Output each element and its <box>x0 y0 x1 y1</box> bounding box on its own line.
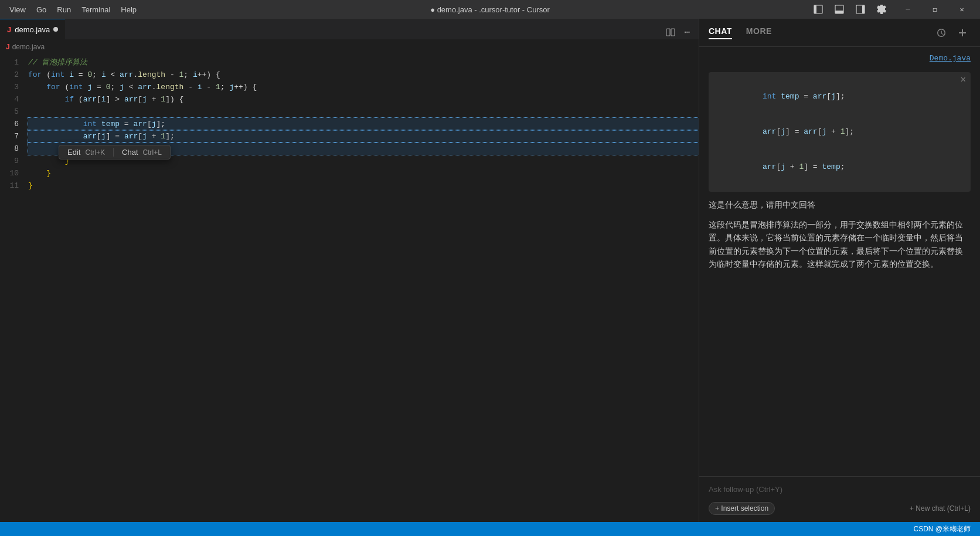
line-num-4: 4 <box>0 93 23 106</box>
chat-input-field[interactable]: Ask follow-up (Ctrl+Y) <box>709 481 971 497</box>
main-area: J demo.java ⋯ J demo.java 1 2 3 4 <box>0 19 980 522</box>
titlebar-right: ― ◻ ✕ <box>810 0 975 19</box>
titlebar-left: View Go Run Terminal Help <box>5 4 141 15</box>
chat-shortcut: Ctrl+L <box>143 148 162 157</box>
tab-chat[interactable]: CHAT <box>709 26 732 39</box>
tab-filename: demo.java <box>15 25 50 34</box>
line-num-3: 3 <box>0 81 23 93</box>
chat-code-line-2: arr[j] = arr[j + 1]; <box>717 114 962 150</box>
close-button[interactable]: ✕ <box>948 0 975 19</box>
chat-input-area: Ask follow-up (Ctrl+Y) + Insert selectio… <box>699 476 980 522</box>
line-num-1: 1 <box>0 56 23 69</box>
line-numbers: 1 2 3 4 5 6 7 8 9 10 11 <box>0 54 28 522</box>
code-content[interactable]: // 冒泡排序算法 for (int i = 0; i < arr.length… <box>28 54 699 522</box>
line-num-5: 5 <box>0 106 23 118</box>
code-line-1: // 冒泡排序算法 <box>28 56 699 69</box>
line-num-6: 6 <box>0 118 23 130</box>
menu-view[interactable]: View <box>5 4 30 15</box>
line-num-8: 8 <box>0 143 23 155</box>
line-num-2: 2 <box>0 69 23 81</box>
sidebar-left-icon[interactable] <box>810 3 826 16</box>
statusbar: CSDN @米糊老师 <box>0 522 980 536</box>
menu-go[interactable]: Go <box>32 4 51 15</box>
more-actions-button[interactable]: ⋯ <box>680 25 694 39</box>
edit-label: Edit <box>67 148 80 157</box>
settings-icon[interactable] <box>873 3 890 16</box>
titlebar-title: ● demo.java - .cursor-tutor - Cursor <box>430 5 550 14</box>
chat-header-actions <box>933 25 971 41</box>
sidebar-right-icon[interactable] <box>852 3 869 16</box>
insert-selection-button[interactable]: + Insert selection <box>709 502 775 515</box>
titlebar: View Go Run Terminal Help ● demo.java - … <box>0 0 980 19</box>
tab-actions: ⋯ <box>663 25 699 39</box>
chat-label: Chat <box>122 148 138 157</box>
code-line-4: if (arr[i] > arr[j + 1]) { <box>28 93 699 106</box>
chat-code-line-1: int temp = arr[j]; <box>717 79 962 114</box>
svg-rect-1 <box>814 5 816 13</box>
editor-panel: J demo.java ⋯ J demo.java 1 2 3 4 <box>0 19 699 522</box>
line-num-10: 10 <box>0 167 23 179</box>
chat-code-block: int temp = arr[j]; arr[j] = arr[j + 1]; … <box>709 72 971 192</box>
code-line-11: } <box>28 179 699 192</box>
panel-icon[interactable] <box>831 3 848 16</box>
svg-rect-3 <box>835 11 843 13</box>
code-line-5 <box>28 106 699 118</box>
svg-rect-7 <box>671 29 675 36</box>
tab-demo-java[interactable]: J demo.java <box>0 19 65 39</box>
tabbar: J demo.java ⋯ <box>0 19 699 40</box>
chat-code-line-3: arr[j + 1] = temp; <box>717 150 962 185</box>
chat-tabs: CHAT MORE <box>709 26 772 39</box>
code-line-7: arr[j] = arr[j + 1]; <box>28 130 699 143</box>
tab-more[interactable]: MORE <box>746 26 772 39</box>
chat-panel: CHAT MORE Demo.java int temp = arr[j]; <box>699 19 980 522</box>
breadcrumb-filename[interactable]: demo.java <box>12 43 45 51</box>
edit-tooltip-edit[interactable]: Edit Ctrl+K <box>59 145 113 159</box>
chat-body[interactable]: Demo.java int temp = arr[j]; arr[j] = ar… <box>699 47 980 476</box>
split-editor-button[interactable] <box>663 25 678 39</box>
svg-rect-5 <box>862 5 865 13</box>
history-icon[interactable] <box>933 25 950 41</box>
menu-run[interactable]: Run <box>52 4 76 15</box>
edit-tooltip-chat[interactable]: Chat Ctrl+L <box>114 145 170 159</box>
menu-terminal[interactable]: Terminal <box>77 4 115 15</box>
chat-filename-ref[interactable]: Demo.java <box>709 54 971 63</box>
tab-unsaved-dot <box>53 27 58 32</box>
code-area[interactable]: 1 2 3 4 5 6 7 8 9 10 11 // 冒泡排序算法 for (i… <box>0 54 699 522</box>
edit-shortcut: Ctrl+K <box>85 148 105 157</box>
code-line-6: int temp = arr[j]; <box>28 118 699 130</box>
statusbar-csdn[interactable]: CSDN @米糊老师 <box>908 522 975 536</box>
chat-answer: 这段代码是冒泡排序算法的一部分，用于交换数组中相邻两个元素的位置。具体来说，它将… <box>709 218 971 271</box>
maximize-button[interactable]: ◻ <box>921 0 948 19</box>
chat-header: CHAT MORE <box>699 19 980 47</box>
edit-chat-tooltip: Edit Ctrl+K Chat Ctrl+L <box>59 145 171 160</box>
breadcrumb: J demo.java <box>0 40 699 54</box>
tab-icon: J <box>7 25 11 34</box>
menu-help[interactable]: Help <box>116 4 141 15</box>
line-num-11: 11 <box>0 179 23 192</box>
code-line-2: for (int i = 0; i < arr.length - 1; i++)… <box>28 69 699 81</box>
code-line-3: for (int j = 0; j < arr.length - i - 1; … <box>28 81 699 93</box>
svg-rect-6 <box>666 29 670 36</box>
line-num-9: 9 <box>0 155 23 167</box>
new-chat-button[interactable]: + New chat (Ctrl+L) <box>910 504 971 513</box>
titlebar-menu: View Go Run Terminal Help <box>5 4 141 15</box>
line-num-7: 7 <box>0 130 23 143</box>
new-chat-icon[interactable] <box>954 25 971 41</box>
chat-question: 这是什么意思，请用中文回答 <box>709 199 971 211</box>
code-block-close-button[interactable]: × <box>960 76 966 85</box>
minimize-button[interactable]: ― <box>894 0 921 19</box>
window-controls: ― ◻ ✕ <box>894 0 975 19</box>
breadcrumb-icon: J <box>6 43 10 51</box>
chat-input-actions: + Insert selection + New chat (Ctrl+L) <box>709 502 971 515</box>
code-line-10: } <box>28 167 699 179</box>
